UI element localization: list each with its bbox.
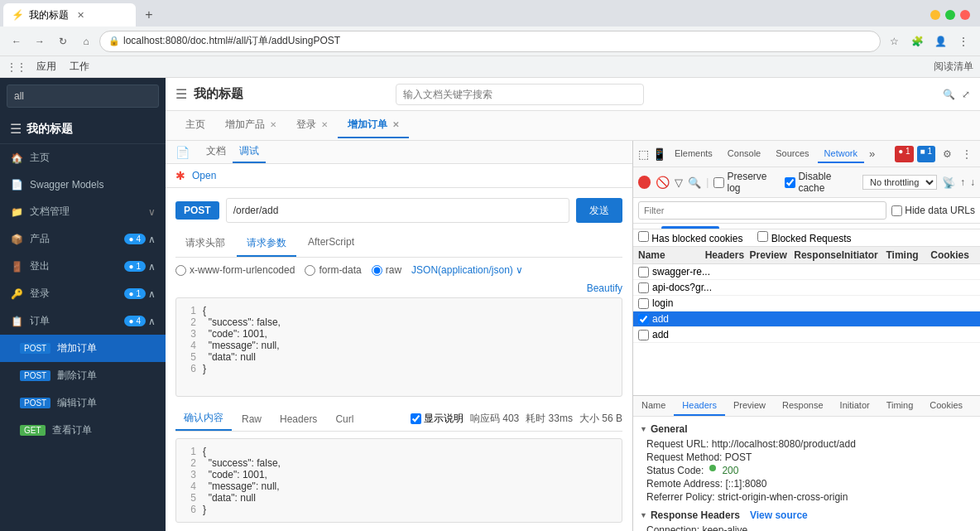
filter-input[interactable] [638, 201, 886, 220]
radio-formdata-input[interactable] [305, 265, 315, 276]
devtools-tab-sources[interactable]: Sources [769, 145, 815, 163]
home-button[interactable]: ⌂ [76, 31, 96, 51]
bookmark-star-icon[interactable]: ☆ [884, 31, 904, 51]
req-tab-headers[interactable]: 请求头部 [175, 231, 235, 257]
tab-add-product[interactable]: 增加产品 ✕ [215, 113, 286, 138]
expand-icon[interactable]: ⤢ [962, 89, 970, 100]
forward-button[interactable]: → [30, 31, 50, 51]
show-desc-checkbox[interactable]: 显示说明 [411, 412, 464, 426]
sidebar-item-home[interactable]: 🏠 主页 [0, 144, 166, 171]
tab-main[interactable]: 主页 [175, 113, 215, 138]
bookmark-work[interactable]: 工作 [66, 58, 93, 75]
profile-icon[interactable]: 👤 [930, 31, 950, 51]
network-item-login[interactable]: login [633, 296, 980, 311]
req-tab-afterscript[interactable]: AfterScript [298, 231, 364, 257]
resp-tab-curl[interactable]: Curl [327, 409, 362, 429]
settings-icon[interactable]: ⋮ [954, 31, 973, 51]
resp-tab-raw[interactable]: Raw [233, 409, 270, 429]
sidebar-item-swagger[interactable]: 📄 Swagger Models [0, 171, 166, 198]
reading-list[interactable]: 阅读清单 [934, 60, 973, 74]
response-headers-view-source[interactable]: View source [750, 509, 808, 521]
disable-cache-input[interactable] [785, 177, 795, 188]
hide-urls-input[interactable] [891, 205, 902, 216]
header-search-input[interactable] [396, 84, 644, 105]
filter-toggle-icon[interactable]: ▽ [675, 176, 683, 189]
sidebar-item-logout[interactable]: 🚪 登出 ● 1 ∧ [0, 253, 166, 280]
address-bar[interactable]: 🔒 localhost:8080/doc.html#/all/订单/addUsi… [99, 31, 881, 52]
blocked-requests-input[interactable] [757, 231, 768, 242]
network-item-add2[interactable]: add [633, 327, 980, 343]
bookmark-apps[interactable]: 应用 [33, 58, 60, 75]
minimize-button[interactable] [930, 10, 940, 20]
devtools-inspect-icon[interactable]: ⬚ [638, 147, 649, 161]
devtools-device-icon[interactable]: 📱 [652, 147, 666, 161]
sidebar-item-login[interactable]: 🔑 登录 ● 1 ∧ [0, 280, 166, 307]
blocked-requests-checkbox[interactable]: Blocked Requests [757, 231, 851, 244]
extension-icon[interactable]: 🧩 [907, 31, 927, 51]
doc-tab[interactable]: 文档 [199, 141, 233, 163]
refresh-button[interactable]: ↻ [53, 31, 73, 51]
network-online-icon[interactable]: 📡 [942, 176, 955, 189]
network-item-apidocs[interactable]: api-docs?gr... [633, 280, 980, 296]
detail-tab-initiator[interactable]: Initiator [832, 396, 878, 416]
sidebar-item-add-order[interactable]: POST 增加订单 [0, 335, 166, 362]
resp-tab-headers[interactable]: Headers [271, 409, 325, 429]
url-input[interactable] [226, 198, 569, 223]
sidebar-item-docs[interactable]: 📁 文档管理 ∨ [0, 198, 166, 225]
sidebar-search-input[interactable] [7, 84, 159, 108]
tab-close-icon[interactable]: ✕ [77, 10, 84, 21]
detail-tab-cookies[interactable]: Cookies [921, 396, 971, 416]
devtools-tab-console[interactable]: Console [721, 145, 767, 163]
net-item-checkbox-add2[interactable] [638, 330, 649, 340]
clear-button[interactable]: 🚫 [656, 176, 670, 189]
radio-raw[interactable]: raw [372, 264, 401, 276]
browser-tab[interactable]: ⚡ 我的标题 ✕ [3, 3, 136, 27]
devtools-more-tabs[interactable]: » [866, 144, 878, 163]
detail-tab-name[interactable]: Name [633, 396, 674, 416]
preserve-log-input[interactable] [713, 177, 724, 188]
send-button[interactable]: 发送 [576, 198, 622, 223]
radio-urlencoded[interactable]: x-www-form-urlencoded [175, 264, 295, 276]
radio-formdata[interactable]: form-data [305, 264, 361, 276]
tab-add-order-close[interactable]: ✕ [392, 120, 399, 129]
search-icon[interactable]: 🔍 [943, 89, 955, 100]
back-button[interactable]: ← [7, 31, 26, 51]
show-desc-input[interactable] [411, 413, 421, 424]
devtools-dots-icon[interactable]: ⋮ [958, 146, 975, 162]
json-type-dropdown[interactable]: JSON(application/json) ∨ [411, 264, 523, 276]
detail-tab-response[interactable]: Response [774, 396, 832, 416]
record-button[interactable] [638, 176, 651, 189]
maximize-button[interactable] [945, 10, 955, 20]
detail-tab-timing[interactable]: Timing [878, 396, 922, 416]
hide-urls-checkbox[interactable]: Hide data URLs [891, 205, 975, 216]
beautify-button[interactable]: Beautify [587, 282, 622, 294]
devtools-gear-icon[interactable]: ⚙ [939, 146, 955, 162]
net-item-checkbox-swagger[interactable] [638, 267, 649, 278]
net-item-checkbox-login[interactable] [638, 298, 649, 309]
sidebar-item-edit-order[interactable]: POST 编辑订单 [0, 389, 166, 417]
debug-tab[interactable]: 调试 [233, 141, 266, 163]
sidebar-item-query-order[interactable]: GET 查看订单 [0, 417, 166, 444]
search-network-icon[interactable]: 🔍 [688, 176, 701, 189]
detail-tab-preview[interactable]: Preview [725, 396, 774, 416]
throttle-dropdown[interactable]: No throttling [862, 175, 937, 190]
tab-add-product-close[interactable]: ✕ [270, 120, 276, 129]
disable-cache-checkbox[interactable]: Disable cache [785, 171, 858, 194]
sidebar-item-product[interactable]: 📦 产品 ● 4 ∧ [0, 225, 166, 253]
devtools-tab-elements[interactable]: Elements [668, 145, 719, 163]
sidebar-item-order[interactable]: 📋 订单 ● 4 ∧ [0, 307, 166, 335]
has-blocked-input[interactable] [638, 231, 649, 242]
devtools-tab-network[interactable]: Network [818, 145, 864, 163]
radio-urlencoded-input[interactable] [175, 265, 186, 276]
sidebar-item-del-order[interactable]: POST 删除订单 [0, 362, 166, 389]
tab-registry-close[interactable]: ✕ [321, 120, 328, 129]
network-item-swagger[interactable]: swagger-re... [633, 264, 980, 280]
window-close-button[interactable] [960, 10, 970, 20]
tab-registry[interactable]: 登录 ✕ [286, 113, 338, 138]
net-item-checkbox-apidocs[interactable] [638, 282, 649, 293]
network-item-add-selected[interactable]: add [633, 311, 980, 327]
tab-add-order[interactable]: 增加订单 ✕ [338, 113, 409, 138]
has-blocked-checkbox[interactable]: Has blocked cookies [638, 231, 742, 244]
new-tab-button[interactable]: + [137, 3, 161, 27]
detail-tab-headers[interactable]: Headers [674, 396, 725, 416]
